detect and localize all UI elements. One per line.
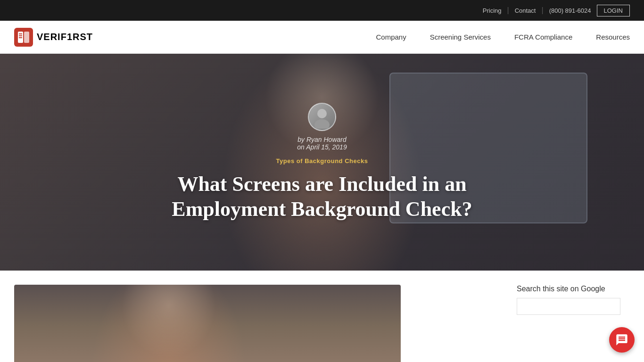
phone-link[interactable]: (800) 891-6024 — [549, 7, 591, 14]
logo-text: VERIF1RST — [37, 32, 93, 42]
article-image-inner — [14, 285, 401, 362]
pricing-link[interactable]: Pricing — [483, 7, 502, 14]
avatar-image — [310, 105, 334, 129]
separator-2: | — [541, 6, 543, 15]
svg-rect-3 — [19, 33, 22, 34]
separator-1: | — [507, 6, 509, 15]
nav-link-company[interactable]: Company — [376, 33, 406, 41]
top-bar: Pricing | Contact | (800) 891-6024 LOGIN — [0, 0, 644, 21]
logo-area[interactable]: VERIF1RST — [14, 28, 93, 47]
main-nav: VERIF1RST Company Screening Services FCR… — [0, 21, 644, 54]
svg-rect-2 — [24, 32, 29, 43]
svg-point-7 — [314, 119, 330, 129]
hero-content: by Ryan Howard on April 15, 2019 Types o… — [138, 103, 506, 222]
svg-point-6 — [317, 109, 327, 118]
search-input[interactable] — [517, 298, 620, 315]
nav-link-screening-services[interactable]: Screening Services — [430, 33, 491, 41]
author-name: by Ryan Howard — [148, 136, 496, 143]
search-input-wrapper — [517, 298, 635, 315]
main-content-area — [0, 271, 512, 362]
hero-title: What Screens are Included in an Employme… — [148, 172, 496, 222]
hero-section: by Ryan Howard on April 15, 2019 Types o… — [0, 54, 644, 271]
chat-icon — [615, 333, 628, 346]
logo-icon — [14, 28, 33, 47]
svg-rect-4 — [19, 35, 22, 36]
login-button[interactable]: LOGIN — [597, 5, 630, 16]
nav-link-resources[interactable]: Resources — [596, 33, 630, 41]
chat-button[interactable] — [609, 327, 635, 353]
svg-rect-5 — [19, 37, 22, 38]
category-tag[interactable]: Types of Background Checks — [276, 157, 368, 165]
nav-links: Company Screening Services FCRA Complian… — [376, 33, 630, 41]
avatar — [308, 103, 336, 131]
nav-link-fcra-compliance[interactable]: FCRA Compliance — [514, 33, 572, 41]
svg-rect-0 — [14, 28, 33, 47]
contact-link[interactable]: Contact — [515, 7, 536, 14]
below-hero: Search this site on Google — [0, 271, 644, 362]
search-label: Search this site on Google — [517, 285, 635, 293]
author-date: on April 15, 2019 — [148, 143, 496, 151]
article-image — [14, 285, 401, 362]
